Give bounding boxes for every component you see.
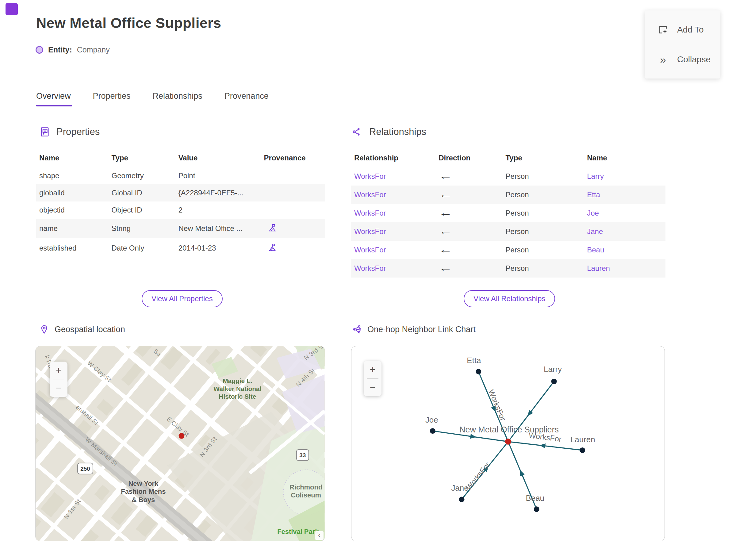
relationship-type-link[interactable]: WorksFor [354,264,386,272]
edge-arrowhead-icon [539,443,546,448]
relationship-type-link[interactable]: WorksFor [354,246,386,254]
graph-node-label: Larry [544,365,562,374]
relationship-type-link[interactable]: WorksFor [354,209,386,217]
direction-arrow: ← [439,227,452,236]
poi-label: Richmond [289,483,322,491]
related-entity-link[interactable]: Beau [587,246,604,254]
properties-table: NameTypeValueProvenanceshapeGeometryPoin… [36,149,325,258]
tab-relationships[interactable]: Relationships [153,91,202,106]
property-type: Date Only [109,238,175,258]
related-entity-link[interactable]: Larry [587,172,604,180]
map-pin-icon [39,324,49,334]
graph-node-etta[interactable] [476,369,481,374]
entity-label: Entity: [48,45,72,54]
property-name: shape [36,167,109,185]
related-entity-link[interactable]: Jane [587,227,603,236]
property-row: globalidGlobal ID{A228944F-0EF5-... [36,184,325,201]
property-provenance-cell [261,201,325,219]
link-chart-panel[interactable]: WorksForWorksForWorksForEttaLarryJoeLaur… [351,346,665,541]
property-row: shapeGeometryPoint [36,167,325,185]
tab-provenance[interactable]: Provenance [224,91,269,106]
relationships-column-header: Relationship [351,149,435,167]
route-shield-number: 250 [80,466,90,472]
geospatial-section-title: Geospatial location [55,325,125,334]
property-name: globalid [36,184,109,201]
add-to-button[interactable]: Add To [645,24,720,35]
map-panel[interactable]: k RdW Clay StSaarshall StW Marshall StE … [35,346,325,541]
relationship-row: WorksFor←PersonLauren [351,259,665,278]
property-type: Geometry [109,167,175,185]
map-zoom-in-button[interactable]: + [50,362,67,379]
graph-center-node[interactable] [505,439,511,445]
provenance-flag-icon[interactable] [268,225,277,234]
graph-node-label: Jane [451,484,468,492]
entity-type-value: Company [77,45,110,54]
relationship-row: WorksFor←PersonJoe [351,204,665,222]
relationship-type-link[interactable]: WorksFor [354,227,386,236]
property-row: nameStringNew Metal Office ... [36,219,325,238]
map-marker[interactable] [179,433,185,439]
poi-label: & Boys [132,496,155,504]
geospatial-section-header: Geospatial location [39,324,125,334]
graph-node-beau[interactable] [534,506,539,512]
relationship-type-link[interactable]: WorksFor [354,172,386,180]
relationship-type-link[interactable]: WorksFor [354,190,386,199]
relationship-row: WorksFor←PersonLarry [351,167,665,186]
tab-properties[interactable]: Properties [93,91,131,106]
properties-section-title: Properties [56,126,100,137]
collapse-label: Collapse [677,55,711,64]
property-value: 2014-01-23 [175,238,261,258]
properties-column-header: Value [175,149,261,167]
graph-node-larry[interactable] [551,379,557,384]
relationship-row: WorksFor←PersonBeau [351,241,665,259]
graph-node-label: Etta [467,356,481,365]
collapse-button[interactable]: » Collapse [645,54,720,65]
chart-zoom-in-button[interactable]: + [364,361,381,378]
related-entity-type: Person [502,222,584,241]
map-attribution-toggle[interactable]: ‹ [315,531,324,540]
graph-node-joe[interactable] [430,428,435,434]
chart-zoom-out-button[interactable]: − [364,379,381,396]
graph-node-jane[interactable] [459,497,465,502]
collapse-icon: » [657,54,669,65]
properties-icon [39,126,50,137]
view-all-relationships-button[interactable]: View All Relationships [464,290,555,307]
property-type: Global ID [109,184,175,201]
view-all-properties-button[interactable]: View All Properties [142,290,223,307]
property-provenance-cell [261,184,325,201]
tab-overview[interactable]: Overview [36,91,71,106]
poi-label: Festival Park [277,528,319,535]
related-entity-link[interactable]: Lauren [587,264,610,272]
poi-label: Maggie L. [223,377,252,384]
property-type: Object ID [109,201,175,219]
entity-details-page: New Metal Office Suppliers Entity: Compa… [0,0,736,560]
related-entity-type: Person [502,204,584,222]
property-value: {A228944F-0EF5-... [175,184,261,201]
provenance-flag-icon[interactable] [268,245,277,253]
relationships-column-header: Name [584,149,665,167]
link-chart-section-header: One-hop Neighbor Link Chart [352,324,476,334]
related-entity-link[interactable]: Etta [587,190,600,199]
property-provenance-cell [261,238,325,258]
map-canvas[interactable]: k RdW Clay StSaarshall StW Marshall StE … [36,346,325,541]
property-name: name [36,219,109,238]
property-row: objectidObject ID2 [36,201,325,219]
entity-color-chip [6,3,18,15]
direction-arrow: ← [439,263,452,273]
graph-node-label: Lauren [570,435,595,444]
relationships-icon [352,126,363,137]
edge-arrowhead-icon [518,469,525,477]
graph-node-lauren[interactable] [580,447,585,453]
property-name: established [36,238,109,258]
property-name: objectid [36,201,109,219]
properties-column-header: Name [36,149,109,167]
link-chart-canvas[interactable]: WorksForWorksForWorksForEttaLarryJoeLaur… [351,346,665,541]
poi-label: Walker National [213,385,261,392]
related-entity-link[interactable]: Joe [587,209,599,217]
relationship-row: WorksFor←PersonEtta [351,186,665,204]
relationships-section-header: Relationships [352,126,426,137]
actions-menu: Add To » Collapse [645,10,720,79]
page-title: New Metal Office Suppliers [36,15,221,31]
map-zoom-out-button[interactable]: − [50,379,67,397]
direction-arrow: ← [439,190,452,200]
